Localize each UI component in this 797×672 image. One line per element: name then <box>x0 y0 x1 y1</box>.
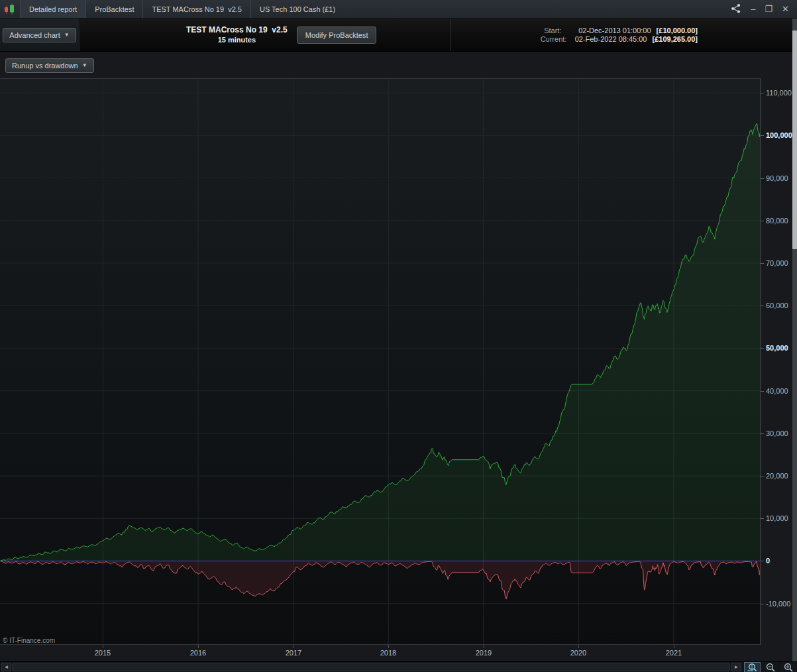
header-left-cell: Advanced chart ▼ <box>0 19 80 51</box>
y-axis-tick <box>761 604 764 604</box>
x-axis-tick <box>578 645 579 648</box>
current-label: Current: <box>541 35 575 43</box>
y-axis-tick <box>761 348 764 349</box>
start-label: Start: <box>544 27 578 34</box>
vertical-scrollbar-thumb[interactable] <box>792 30 797 249</box>
window-controls: – ❐ ✕ <box>723 0 797 18</box>
zoom-tool-icon <box>747 663 759 672</box>
x-axis-label: 2018 <box>374 649 403 657</box>
y-axis-tick <box>761 93 764 93</box>
x-axis-label: 2017 <box>279 649 308 657</box>
start-amount: [£10,000.00] <box>657 27 698 34</box>
scrollbar-thumb[interactable] <box>12 663 730 671</box>
x-axis-label: 2016 <box>184 649 213 657</box>
y-axis-tick <box>761 433 764 434</box>
close-button[interactable]: ✕ <box>782 5 789 13</box>
strategy-timeframe: 15 minutes <box>186 35 288 45</box>
y-axis-tick <box>761 561 764 561</box>
x-axis: 2015201620172018201920202021 <box>0 645 761 662</box>
share-icon[interactable] <box>731 3 741 15</box>
advanced-chart-label: Advanced chart <box>9 31 60 39</box>
y-axis-tick <box>761 135 764 136</box>
header-right-cell: Start: 02-Dec-2013 01:00:00 [£10,000.00]… <box>451 19 797 51</box>
chevron-down-icon: ▼ <box>64 32 70 38</box>
y-axis-label: 90,000 <box>766 174 788 182</box>
zoom-in-icon <box>783 663 794 672</box>
tabbar-spacer <box>344 0 723 18</box>
x-axis-label: 2019 <box>469 649 498 657</box>
start-row: Start: 02-Dec-2013 01:00:00 [£10,000.00] <box>544 27 698 34</box>
app-candlestick-icon <box>0 0 20 18</box>
x-axis-tick <box>674 645 674 648</box>
y-axis-label: 50,000 <box>766 344 788 352</box>
copyright-watermark: © IT-Finance.com <box>3 637 55 644</box>
advanced-chart-dropdown[interactable]: Advanced chart ▼ <box>3 28 76 42</box>
vertical-scrollbar <box>792 19 797 661</box>
runup-drawdown-plot[interactable] <box>0 78 761 645</box>
y-axis: -10,000010,00020,00030,00040,00050,00060… <box>761 78 797 645</box>
scroll-right-arrow[interactable]: ► <box>731 663 741 671</box>
x-axis-label: 2015 <box>88 649 117 657</box>
chart-zone: Runup vs drawdown ▼ -10,000010,00020,000… <box>0 51 797 661</box>
y-axis-tick <box>761 476 764 476</box>
start-datetime: 02-Dec-2013 01:00:00 <box>578 27 651 34</box>
x-axis-tick <box>484 645 484 648</box>
current-datetime: 02-Feb-2022 08:45:00 <box>575 35 647 43</box>
zoom-in-button[interactable] <box>780 662 796 672</box>
chart-view-selector[interactable]: Runup vs drawdown ▼ <box>5 58 94 73</box>
x-axis-label: 2020 <box>564 649 593 657</box>
y-axis-label: 100,000 <box>766 131 792 139</box>
y-axis-label: 70,000 <box>766 259 788 267</box>
y-axis-tick <box>761 391 764 392</box>
scroll-left-arrow[interactable]: ◄ <box>1 663 11 671</box>
y-axis-label: 0 <box>766 557 770 565</box>
y-axis-label: 20,000 <box>766 472 788 480</box>
current-row: Current: 02-Feb-2022 08:45:00 [£109,265.… <box>541 35 698 43</box>
x-axis-tick <box>103 645 103 648</box>
y-axis-label: 30,000 <box>766 429 788 437</box>
x-axis-tick <box>198 645 199 648</box>
tab-strategy[interactable]: TEST MACross No 19 v2.5 <box>142 0 250 18</box>
horizontal-scrollbar: ◄ ► <box>0 661 797 672</box>
y-axis-tick <box>761 178 764 179</box>
y-axis-tick <box>761 221 764 221</box>
chevron-down-icon: ▼ <box>82 63 87 68</box>
y-axis-tick <box>761 518 764 519</box>
y-axis-label: -10,000 <box>766 600 790 608</box>
header-center-cell: TEST MACross No 19 v2.5 15 minutes Modif… <box>80 19 451 51</box>
zoom-out-icon <box>765 663 776 672</box>
x-axis-label: 2021 <box>659 649 688 657</box>
x-axis-tick <box>293 645 294 648</box>
tab-instrument[interactable]: US Tech 100 Cash (£1) <box>250 0 344 18</box>
y-axis-tick <box>761 306 764 306</box>
chart-view-label: Runup vs drawdown <box>12 62 78 70</box>
y-axis-label: 110,000 <box>766 89 792 97</box>
y-axis-tick <box>761 263 764 264</box>
top-tab-bar: Detailed report ProBacktest TEST MACross… <box>0 0 797 19</box>
zoom-button-group <box>744 662 796 672</box>
zoom-out-button[interactable] <box>762 662 778 672</box>
zoom-tool-button[interactable] <box>744 662 761 672</box>
y-axis-label: 40,000 <box>766 387 788 395</box>
tab-probacktest[interactable]: ProBacktest <box>85 0 142 18</box>
current-amount: [£109,265.00] <box>653 35 698 43</box>
y-axis-label: 10,000 <box>766 514 788 522</box>
modify-probacktest-button[interactable]: Modify ProBacktest <box>297 27 377 44</box>
report-header: Advanced chart ▼ TEST MACross No 19 v2.5… <box>0 19 797 51</box>
strategy-title: TEST MACross No 19 v2.5 <box>186 25 288 35</box>
maximize-button[interactable]: ❐ <box>765 5 772 13</box>
tab-detailed-report[interactable]: Detailed report <box>20 0 85 18</box>
y-axis-label: 80,000 <box>766 217 788 225</box>
minimize-button[interactable]: – <box>751 5 755 13</box>
x-axis-tick <box>388 645 389 648</box>
y-axis-label: 60,000 <box>766 302 788 309</box>
strategy-title-block: TEST MACross No 19 v2.5 15 minutes <box>186 25 288 45</box>
